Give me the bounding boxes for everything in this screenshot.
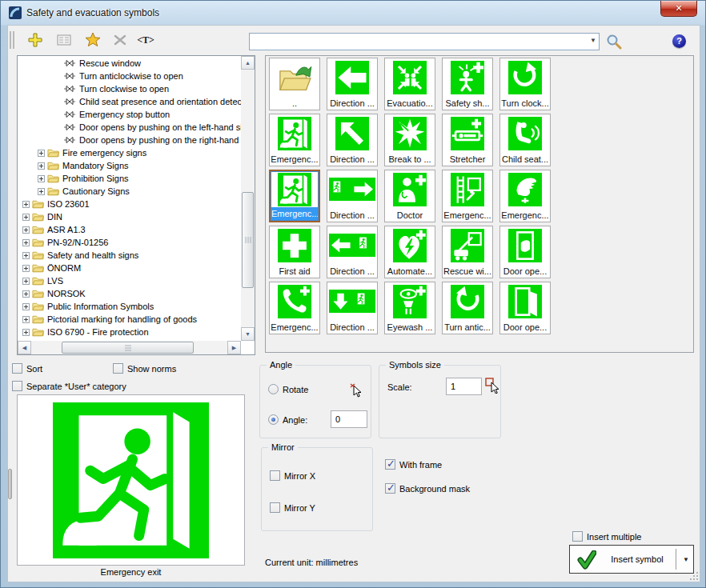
tree-item[interactable]: ASR A1.3 <box>18 223 241 236</box>
tree-item[interactable]: Rescue window <box>18 57 241 70</box>
search-input[interactable] <box>251 34 578 49</box>
expand-plus-icon[interactable] <box>22 329 30 336</box>
expand-plus-icon[interactable] <box>22 303 30 310</box>
symbol-cell[interactable]: Direction ... <box>327 58 378 110</box>
symbol-cell[interactable]: Emergenc... <box>499 170 551 222</box>
expand-plus-icon[interactable] <box>38 188 45 195</box>
tree-item[interactable]: LVS <box>18 274 241 287</box>
show-norms-checkbox[interactable]: Show norms <box>113 363 176 374</box>
symbol-cell[interactable]: Emergenc... <box>442 170 493 222</box>
splitter-grip[interactable] <box>8 469 12 499</box>
expand-plus-icon[interactable] <box>22 290 30 298</box>
symbol-cell[interactable]: Door ope... <box>499 226 551 278</box>
search-combobox[interactable]: ▼ <box>249 33 600 50</box>
symbol-cell[interactable]: Emergenc... <box>269 114 320 166</box>
tree-item[interactable]: Cautionary Signs <box>18 185 241 198</box>
symbol-cell[interactable]: Turn clock... <box>499 58 551 110</box>
scroll-left-icon[interactable]: ◀ <box>18 341 31 354</box>
tree-item[interactable]: Prohibition Signs <box>18 172 241 185</box>
expand-plus-icon[interactable] <box>22 252 30 259</box>
symbol-cell[interactable]: Break to ... <box>384 114 435 166</box>
scroll-down-icon[interactable]: ▼ <box>241 327 255 341</box>
tree-item[interactable]: Door opens by pushing on the right-hand … <box>18 134 241 146</box>
sort-checkbox[interactable]: Sort <box>12 363 42 374</box>
tree-item[interactable]: DIN <box>18 210 241 223</box>
expand-plus-icon[interactable] <box>22 226 30 234</box>
scroll-right-icon[interactable]: ▶ <box>227 341 241 354</box>
tree-item[interactable]: NORSOK <box>18 287 241 300</box>
tree-hscroll-thumb[interactable] <box>62 342 194 354</box>
symbol-cell[interactable]: Safety sh... <box>442 58 493 110</box>
tree-item[interactable]: PN-92/N-01256 <box>18 236 241 249</box>
pick-angle-cursor-icon[interactable] <box>350 383 363 398</box>
insert-text-button[interactable]: <T> <box>135 30 156 50</box>
tree-item[interactable]: Fire emergency signs <box>18 146 241 159</box>
symbol-cell[interactable]: Stretcher <box>442 114 493 166</box>
symbol-cell[interactable]: Child seat... <box>499 114 551 166</box>
insert-multiple-checkbox[interactable]: Insert multiple <box>572 531 641 542</box>
tree-horizontal-scrollbar[interactable]: ◀ ▶ <box>18 341 241 354</box>
background-mask-checkbox[interactable]: Background mask <box>385 483 470 494</box>
close-button[interactable]: ✕ <box>660 1 697 17</box>
tree-item[interactable]: Public Information Symbols <box>18 300 241 313</box>
parent-folder-cell[interactable]: .. <box>269 58 320 110</box>
expand-plus-icon[interactable] <box>22 214 30 221</box>
symbol-cell[interactable]: Direction ... <box>327 114 378 166</box>
tree-item[interactable]: Door opens by pushing on the left-hand s… <box>18 121 241 134</box>
pick-scale-cursor-icon[interactable] <box>485 378 500 394</box>
expand-plus-icon[interactable] <box>22 201 30 208</box>
symbol-cell[interactable]: Turn antic... <box>442 282 493 334</box>
tree-item[interactable]: ÖNORM <box>18 262 241 274</box>
expand-plus-icon[interactable] <box>38 150 45 157</box>
expand-plus-icon[interactable] <box>22 316 30 323</box>
tree-item[interactable]: ISO 6790 - Fire protection <box>18 326 241 338</box>
tree-item[interactable]: Pictorial marking for handling of goods <box>18 313 241 326</box>
expand-plus-icon[interactable] <box>22 239 30 246</box>
symbol-cell[interactable]: Direction ... <box>327 282 378 334</box>
symbol-cell[interactable]: Emergenc... <box>269 170 320 222</box>
mirror-x-checkbox[interactable]: Mirror X <box>270 470 315 481</box>
tree-item[interactable]: Turn clockwise to open <box>18 82 241 95</box>
symbol-cell[interactable]: Rescue wi... <box>442 226 493 278</box>
expand-plus-icon[interactable] <box>38 175 45 182</box>
symbol-cell[interactable]: Direction ... <box>327 170 378 222</box>
toolbar-grip[interactable] <box>10 31 14 49</box>
rotate-radio[interactable]: Rotate <box>268 384 308 394</box>
symbol-cell[interactable]: Door ope... <box>499 282 551 334</box>
chevron-down-icon[interactable]: ▼ <box>590 37 596 44</box>
tree-item[interactable]: Emergency stop button <box>18 108 241 121</box>
add-symbol-button[interactable] <box>25 30 46 50</box>
dropdown-arrow-icon[interactable]: ▼ <box>683 556 689 563</box>
scroll-up-icon[interactable]: ▲ <box>241 56 255 70</box>
with-frame-checkbox[interactable]: With frame <box>385 459 442 470</box>
tree-vscroll-thumb[interactable] <box>242 192 254 288</box>
delete-button[interactable] <box>110 30 130 50</box>
symbol-cell[interactable]: Eyewash ... <box>384 282 435 334</box>
expand-plus-icon[interactable] <box>38 162 45 170</box>
tree-item[interactable]: ISO 23601 <box>18 198 241 210</box>
angle-radio[interactable]: Angle: <box>268 414 307 425</box>
tree-item[interactable]: Mandatory Signs <box>18 159 241 172</box>
symbol-cell[interactable]: Emergenc... <box>269 282 320 334</box>
search-icon[interactable] <box>606 34 622 50</box>
title-bar[interactable]: Safety and evacuation symbols ✕ <box>1 1 705 25</box>
symbol-cell[interactable]: Direction ... <box>327 226 378 278</box>
scale-input[interactable] <box>446 378 482 395</box>
mirror-y-checkbox[interactable]: Mirror Y <box>270 502 315 513</box>
tree-item[interactable]: Safety and health signs <box>18 249 241 262</box>
tree-vertical-scrollbar[interactable]: ▲ ▼ <box>241 56 255 341</box>
library-view-button[interactable] <box>54 30 74 50</box>
tree-item[interactable]: Turn anticlockwise to open <box>18 70 241 82</box>
insert-symbol-button[interactable]: Insert symbol ▼ <box>569 545 694 574</box>
expand-plus-icon[interactable] <box>22 265 30 272</box>
favorites-button[interactable] <box>82 30 103 50</box>
symbol-cell[interactable]: First aid <box>269 226 320 278</box>
angle-input[interactable] <box>331 410 367 428</box>
symbol-cell[interactable]: Evacuatio... <box>384 58 435 110</box>
symbol-cell[interactable]: Doctor <box>384 170 435 222</box>
expand-plus-icon[interactable] <box>22 278 30 285</box>
help-button[interactable]: ? <box>672 34 686 48</box>
symbol-cell[interactable]: Automate... <box>384 226 435 278</box>
tree-item[interactable]: Child seat presence and orientation dete… <box>18 95 241 108</box>
resize-grip[interactable] <box>689 571 699 581</box>
